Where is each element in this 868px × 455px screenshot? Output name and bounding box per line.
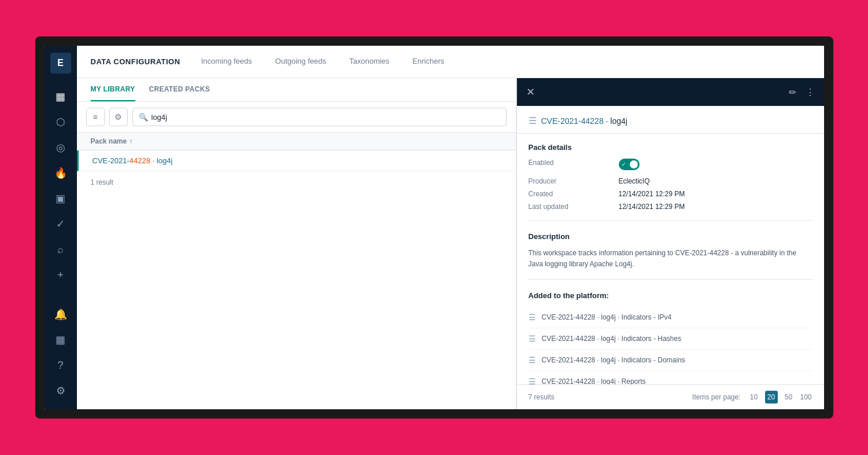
description-section: Description This workspace tracks inform… <box>529 232 812 280</box>
plus-icon[interactable]: + <box>49 263 72 287</box>
left-panel: MY LIBRARY CREATED PACKS ≡ ⚙ 🔍 <box>77 78 516 409</box>
tab-taxonomies[interactable]: Taxonomies <box>347 46 391 77</box>
table-header: Pack name ↑ <box>77 133 516 151</box>
tab-my-library[interactable]: MY LIBRARY <box>91 78 135 101</box>
last-updated-label: Last updated <box>529 203 610 211</box>
platform-item-2[interactable]: ☰ CVE-2021-44228 · log4j · Indicators - … <box>529 350 812 371</box>
page-20[interactable]: 20 <box>765 391 778 403</box>
pack-details-title: Pack details <box>529 143 812 152</box>
settings-icon[interactable]: ⚙ <box>49 379 72 402</box>
enabled-label: Enabled <box>529 159 610 173</box>
edit-icon[interactable]: ✏ <box>789 87 796 98</box>
platform-section: Added to the platform: ☰ CVE-2021-44228 … <box>529 291 812 384</box>
detail-title-text: CVE-2021-44228 · log4j <box>541 116 627 126</box>
page-100[interactable]: 100 <box>800 391 812 403</box>
description-text: This workspace tracks information pertai… <box>529 248 812 270</box>
footer-results: 7 results <box>529 393 555 401</box>
robot-icon[interactable]: ⬡ <box>49 111 72 134</box>
table-row[interactable]: CVE-2021-44228 · log4j <box>77 151 516 171</box>
briefcase-icon[interactable]: ▣ <box>49 187 72 210</box>
page-10[interactable]: 10 <box>748 391 760 403</box>
detail-header-left: ✕ <box>526 86 535 98</box>
main-area: DATA CONFIGURATION Incoming feeds Outgoi… <box>77 46 824 409</box>
toolbar-row: ≡ ⚙ 🔍 <box>77 102 516 133</box>
detail-title: ☰ CVE-2021-44228 · log4j <box>517 106 824 134</box>
filter-icon: ≡ <box>93 112 97 122</box>
top-nav: DATA CONFIGURATION Incoming feeds Outgoi… <box>77 46 824 78</box>
check-icon[interactable]: ✓ <box>49 212 72 236</box>
tab-outgoing-feeds[interactable]: Outgoing feeds <box>273 46 328 77</box>
app-window: E ▦ ⬡ ◎ 🔥 ▣ ✓ ⌕ + 🔔 ▦ ? ⚙ DATA CONFIGURA… <box>45 46 824 409</box>
help-icon[interactable]: ? <box>49 354 72 377</box>
calendar-icon[interactable]: ▦ <box>49 328 72 351</box>
detail-header-actions: ✏ ⋮ <box>789 87 815 98</box>
settings-button[interactable]: ⚙ <box>109 108 128 126</box>
platform-item-icon-3: ☰ <box>529 377 536 384</box>
tab-incoming-feeds[interactable]: Incoming feeds <box>199 46 254 77</box>
target-icon[interactable]: ◎ <box>49 136 72 159</box>
detail-panel: ✕ ✏ ⋮ ☰ CVE-2021-44228 · log4j <box>516 78 824 409</box>
col-header-pack-name[interactable]: Pack name ↑ <box>91 137 133 145</box>
search-icon[interactable]: ⌕ <box>49 238 72 261</box>
outer-frame: E ▦ ⬡ ◎ 🔥 ▣ ✓ ⌕ + 🔔 ▦ ? ⚙ DATA CONFIGURA… <box>35 36 833 419</box>
producer-label: Producer <box>529 177 610 185</box>
search-icon-inline: 🔍 <box>139 113 148 122</box>
page-title: DATA CONFIGURATION <box>91 57 180 66</box>
platform-item-icon-0: ☰ <box>529 313 536 322</box>
dashboard-icon[interactable]: ▦ <box>49 85 72 108</box>
description-title: Description <box>529 232 812 241</box>
sub-tabs: MY LIBRARY CREATED PACKS <box>77 78 516 102</box>
search-input[interactable] <box>152 113 500 122</box>
sidebar: E ▦ ⬡ ◎ 🔥 ▣ ✓ ⌕ + 🔔 ▦ ? ⚙ <box>45 46 77 409</box>
platform-item-icon-1: ☰ <box>529 334 536 343</box>
items-per-page-label: Items per page: <box>692 393 740 401</box>
detail-pack-icon: ☰ <box>529 115 537 126</box>
filter-button[interactable]: ≡ <box>86 108 105 126</box>
producer-value: EclecticIQ <box>619 177 812 185</box>
created-label: Created <box>529 190 610 198</box>
fire-icon[interactable]: 🔥 <box>49 162 72 185</box>
pack-details-grid: Enabled ✓ Producer EclecticIQ Created 12… <box>529 159 812 221</box>
bell-icon[interactable]: 🔔 <box>49 303 72 326</box>
close-button[interactable]: ✕ <box>526 86 535 98</box>
tab-created-packs[interactable]: CREATED PACKS <box>149 78 210 101</box>
page-50[interactable]: 50 <box>782 391 795 403</box>
platform-title: Added to the platform: <box>529 291 812 300</box>
more-icon[interactable]: ⋮ <box>806 87 815 98</box>
content-area: MY LIBRARY CREATED PACKS ≡ ⚙ 🔍 <box>77 78 824 409</box>
enabled-toggle[interactable]: ✓ <box>619 159 812 173</box>
detail-footer: 7 results Items per page: 10 20 50 100 <box>517 384 824 409</box>
platform-item-1[interactable]: ☰ CVE-2021-44228 · log4j · Indicators - … <box>529 328 812 350</box>
tab-enrichers[interactable]: Enrichers <box>410 46 446 77</box>
platform-item-0[interactable]: ☰ CVE-2021-44228 · log4j · Indicators - … <box>529 307 812 328</box>
result-count: 1 result <box>77 171 516 193</box>
app-logo[interactable]: E <box>50 53 71 74</box>
detail-body: Pack details Enabled ✓ Producer Eclectic… <box>517 134 824 384</box>
last-updated-value: 12/14/2021 12:29 PM <box>619 203 812 211</box>
search-box: 🔍 <box>132 108 507 126</box>
platform-item-icon-2: ☰ <box>529 355 536 365</box>
pack-name-cell: CVE-2021-44228 · log4j <box>93 156 173 165</box>
platform-item-3[interactable]: ☰ CVE-2021-44228 · log4j · Reports <box>529 371 812 384</box>
detail-header: ✕ ✏ ⋮ <box>517 78 824 106</box>
gear-icon: ⚙ <box>114 112 122 122</box>
created-value: 12/14/2021 12:29 PM <box>619 190 812 198</box>
pagination: Items per page: 10 20 50 100 <box>692 391 812 403</box>
